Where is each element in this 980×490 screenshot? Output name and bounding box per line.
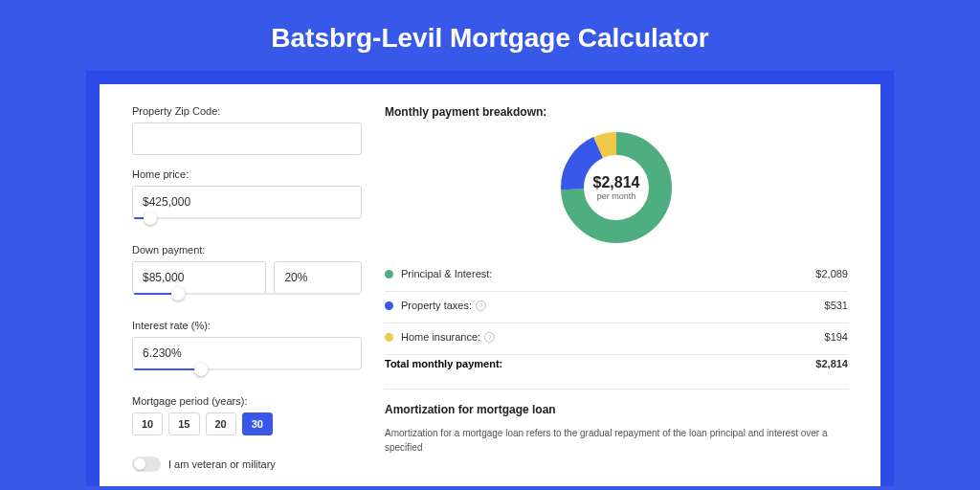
breakdown-title: Monthly payment breakdown: xyxy=(385,105,848,119)
total-label: Total monthly payment: xyxy=(385,358,815,369)
period-button-15[interactable]: 15 xyxy=(168,412,199,435)
page-title: Batsbrg-Levil Mortgage Calculator xyxy=(0,0,980,71)
rate-input[interactable] xyxy=(132,337,362,369)
legend-value: $194 xyxy=(825,331,848,343)
total-row: Total monthly payment: $2,814 xyxy=(385,354,848,383)
down-slider[interactable] xyxy=(132,293,362,306)
zip-label: Property Zip Code: xyxy=(132,105,362,117)
legend-value: $531 xyxy=(825,300,848,311)
legend-row-yellow: Home insurance: ?$194 xyxy=(385,323,848,348)
period-button-10[interactable]: 10 xyxy=(132,412,163,435)
total-value: $2,814 xyxy=(815,358,848,369)
period-button-30[interactable]: 30 xyxy=(242,412,273,435)
rate-label: Interest rate (%): xyxy=(132,320,362,331)
rate-slider[interactable] xyxy=(132,368,362,382)
price-input[interactable] xyxy=(132,186,362,218)
amortization-text: Amortization for a mortgage loan refers … xyxy=(385,426,848,455)
info-icon[interactable]: ? xyxy=(476,301,486,311)
card-outer: Property Zip Code: Home price: Down paym… xyxy=(86,71,894,486)
donut-chart: $2,814 per month xyxy=(559,130,674,245)
legend-label: Home insurance: ? xyxy=(401,331,825,343)
info-icon[interactable]: ? xyxy=(484,332,495,343)
form-panel: Property Zip Code: Home price: Down paym… xyxy=(132,105,362,486)
price-slider[interactable] xyxy=(132,217,362,231)
period-button-20[interactable]: 20 xyxy=(206,412,236,435)
legend-row-blue: Property taxes: ?$531 xyxy=(385,291,848,317)
amortization-section: Amortization for mortgage loan Amortizat… xyxy=(385,389,848,455)
legend-label: Property taxes: ? xyxy=(401,300,825,311)
calculator-card: Property Zip Code: Home price: Down paym… xyxy=(100,84,880,486)
down-label: Down payment: xyxy=(132,244,362,256)
down-percent-input[interactable] xyxy=(274,261,362,294)
donut-sublabel: per month xyxy=(597,191,636,201)
period-buttons: 10152030 xyxy=(132,412,362,435)
veteran-toggle[interactable] xyxy=(132,457,161,472)
amortization-title: Amortization for mortgage loan xyxy=(385,403,848,416)
down-amount-input[interactable] xyxy=(132,261,266,294)
results-panel: Monthly payment breakdown: $2,814 per mo… xyxy=(385,105,848,486)
legend-row-green: Principal & Interest:$2,089 xyxy=(385,262,848,285)
donut-amount: $2,814 xyxy=(593,174,640,191)
zip-input[interactable] xyxy=(132,122,362,155)
donut-container: $2,814 per month xyxy=(385,119,848,262)
legend-dot-icon xyxy=(385,301,393,310)
veteran-label: I am veteran or military xyxy=(168,458,276,470)
legend-dot-icon xyxy=(385,270,393,278)
price-label: Home price: xyxy=(132,168,362,180)
period-label: Mortgage period (years): xyxy=(132,395,362,407)
legend-dot-icon xyxy=(385,333,393,342)
veteran-row: I am veteran or military xyxy=(132,457,362,472)
legend-label: Principal & Interest: xyxy=(401,268,815,279)
legend-value: $2,089 xyxy=(815,268,848,279)
